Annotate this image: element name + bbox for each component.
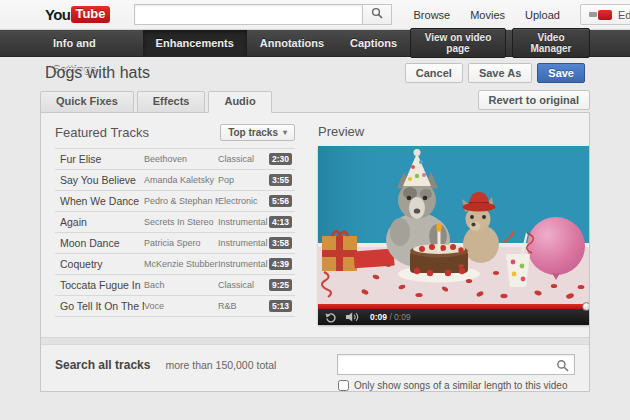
track-artist: Secrets In Stereo (144, 217, 218, 227)
player-time: 0:09 / 0:09 (370, 312, 411, 322)
search-icon (371, 7, 383, 22)
track-artist: Bach (144, 280, 218, 290)
featured-tracks-column: Featured Tracks Top tracks ▾ Fur Elise B… (55, 119, 295, 337)
track-title: Go Tell It On The Mountain (60, 300, 144, 312)
featured-tracks-heading: Featured Tracks (55, 125, 149, 140)
track-duration: 4:39 (269, 258, 292, 270)
top-links: Browse Movies Upload (414, 9, 580, 21)
track-row[interactable]: Say You Believe Amanda Kaletsky Pop 3:55 (55, 170, 295, 191)
video-edit-navbar: Info and Settings Enhancements Annotatio… (0, 30, 630, 57)
similar-length-checkbox[interactable] (338, 380, 349, 391)
track-artist: Pedro & Stephan M (144, 196, 218, 206)
editor-account-menu[interactable]: Editor ▾ (580, 4, 630, 25)
youtube-logo[interactable]: You Tube (45, 6, 110, 23)
track-genre: Instrumental (218, 217, 269, 227)
tab-audio[interactable]: Audio (208, 91, 271, 113)
track-duration: 2:30 (269, 153, 292, 165)
track-title: Say You Believe (60, 174, 144, 186)
track-artist: Patricia Spero (144, 238, 218, 248)
tab-effects[interactable]: Effects (137, 91, 206, 113)
site-search-button[interactable] (362, 4, 392, 25)
view-on-video-page-button[interactable]: View on video page (410, 28, 506, 58)
player-scrubber-handle[interactable] (582, 302, 589, 311)
player-progress-bar[interactable] (318, 304, 589, 309)
track-genre: Electronic (218, 196, 269, 206)
track-row[interactable]: Fur Elise Beethoven Classical 2:30 (55, 149, 295, 170)
top-link-browse[interactable]: Browse (414, 9, 451, 21)
similar-length-label: Only show songs of a similar length to t… (354, 380, 567, 391)
track-title: When We Dance (60, 195, 144, 207)
track-genre: Instrumental (218, 259, 269, 269)
enhancements-tabs: Quick Fixes Effects Audio Revert to orig… (40, 90, 590, 112)
nav-actions: View on video page Video Manager (410, 30, 590, 56)
preview-heading: Preview (318, 119, 589, 146)
player-current-time: 0:09 (370, 312, 387, 322)
similar-length-filter: Only show songs of a similar length to t… (337, 380, 575, 391)
track-row[interactable]: Go Tell It On The Mountain Voce R&B 5:13 (55, 296, 295, 317)
track-duration: 9:25 (269, 279, 292, 291)
video-player[interactable]: 0:09 / 0:09 (318, 146, 589, 325)
track-duration: 5:13 (269, 300, 292, 312)
preview-video-scene (318, 146, 589, 304)
track-search (337, 354, 575, 375)
search-all-tracks-heading: Search all tracks (55, 358, 150, 372)
nav-item-annotations[interactable]: Annotations (247, 30, 337, 56)
editor-wrapper: Quick Fixes Effects Audio Revert to orig… (40, 90, 590, 392)
replay-icon[interactable] (325, 312, 336, 323)
tab-quick-fixes[interactable]: Quick Fixes (40, 91, 134, 113)
logo-tube-text: Tube (71, 6, 109, 23)
track-artist: Amanda Kaletsky (144, 175, 218, 185)
youtube-mini-logo-icon (589, 10, 612, 20)
top-tracks-dropdown[interactable]: Top tracks ▾ (220, 124, 295, 141)
nav-item-captions[interactable]: Captions (337, 30, 410, 56)
track-row[interactable]: When We Dance Pedro & Stephan M Electron… (55, 191, 295, 212)
track-title: Again (60, 216, 144, 228)
search-icon[interactable] (556, 358, 569, 376)
revert-to-original-button[interactable]: Revert to original (478, 90, 590, 110)
track-duration: 3:58 (269, 237, 292, 249)
top-link-upload[interactable]: Upload (525, 9, 560, 21)
audio-panel-main: Featured Tracks Top tracks ▾ Fur Elise B… (41, 113, 589, 337)
preview-column: Preview (318, 119, 589, 337)
track-row[interactable]: Moon Dance Patricia Spero Instrumental 3… (55, 233, 295, 254)
site-search (134, 4, 392, 25)
nav-item-enhancements[interactable]: Enhancements (143, 30, 247, 56)
track-genre: Pop (218, 175, 269, 185)
volume-icon[interactable] (346, 312, 360, 322)
track-row[interactable]: Coquetry McKenzie Stubbert Instrumental … (55, 254, 295, 275)
video-manager-button[interactable]: Video Manager (512, 28, 590, 58)
header-actions: Cancel Save As Save (405, 63, 585, 83)
track-search-input[interactable] (337, 354, 575, 375)
audio-panel: Featured Tracks Top tracks ▾ Fur Elise B… (40, 112, 590, 392)
site-search-input[interactable] (134, 4, 362, 25)
chevron-down-icon: ▾ (283, 128, 287, 137)
track-genre: Classical (218, 280, 269, 290)
editor-badge-label: Editor (618, 9, 630, 21)
track-artist: McKenzie Stubbert (144, 259, 218, 269)
track-count-text: more than 150,000 total (165, 359, 276, 371)
player-total-time: 0:09 (394, 312, 411, 322)
track-title: Toccata Fugue In D Minor: Toccata (60, 279, 144, 291)
track-title: Coquetry (60, 258, 144, 270)
video-title: Dogs with hats (45, 64, 150, 82)
search-all-tracks-section: Search all tracks more than 150,000 tota… (41, 345, 589, 391)
top-link-movies[interactable]: Movies (470, 9, 505, 21)
track-row[interactable]: Toccata Fugue In D Minor: Toccata Bach C… (55, 275, 295, 296)
cancel-button[interactable]: Cancel (405, 63, 463, 83)
track-list: Fur Elise Beethoven Classical 2:30 Say Y… (55, 148, 295, 317)
save-as-button[interactable]: Save As (468, 63, 532, 83)
featured-tracks-header: Featured Tracks Top tracks ▾ (55, 119, 295, 148)
track-artist: Voce (144, 301, 218, 311)
save-button[interactable]: Save (537, 63, 585, 83)
track-duration: 3:55 (269, 174, 292, 186)
track-artist: Beethoven (144, 154, 218, 164)
player-controls: 0:09 / 0:09 (318, 309, 589, 325)
track-genre: R&B (218, 301, 269, 311)
track-title: Moon Dance (60, 237, 144, 249)
track-row[interactable]: Again Secrets In Stereo Instrumental 4:1… (55, 212, 295, 233)
track-title: Fur Elise (60, 153, 144, 165)
track-duration: 5:56 (269, 195, 292, 207)
top-tracks-dropdown-label: Top tracks (228, 127, 278, 138)
nav-item-info-and-settings[interactable]: Info and Settings (40, 30, 143, 56)
top-bar: You Tube Browse Movies Upload Editor ▾ (0, 0, 630, 30)
